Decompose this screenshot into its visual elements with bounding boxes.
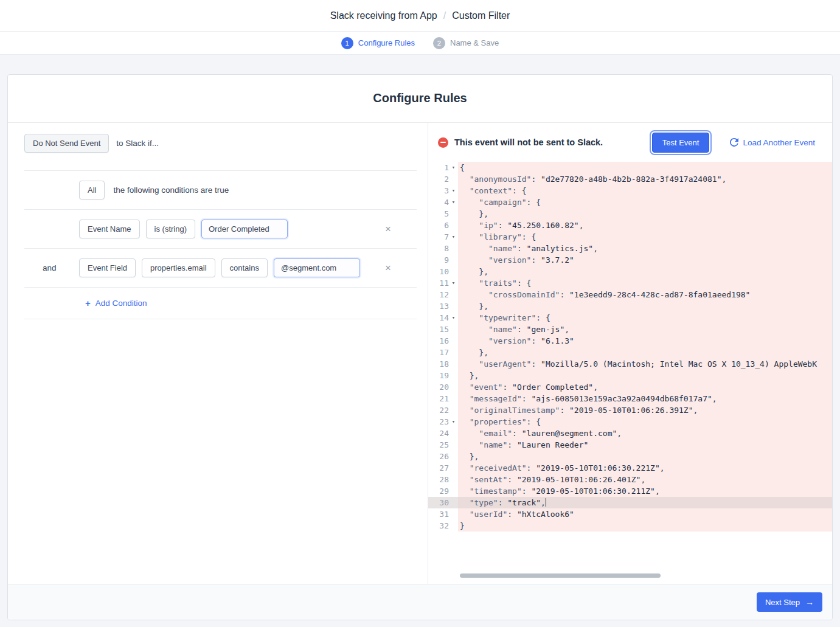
event-json-editor[interactable]: 1▾{2 "anonymousId": "d2e77820-a48b-4b2b-… <box>428 162 832 584</box>
blocked-icon <box>438 137 448 148</box>
fold-spacer <box>449 347 458 358</box>
code-line: 6 "ip": "45.250.160.82", <box>428 220 832 231</box>
text-cursor <box>546 498 546 507</box>
code-line: 21 "messageId": "ajs-6085013e159ac3a92a0… <box>428 393 832 404</box>
condition-field-button[interactable]: Event Name <box>79 220 140 238</box>
code-text: "name": "gen-js", <box>458 324 832 335</box>
condition-property-button[interactable]: properties.email <box>142 258 215 277</box>
fold-spacer <box>449 393 458 404</box>
line-number: 15 <box>428 324 449 335</box>
fold-icon[interactable]: ▾ <box>449 185 458 196</box>
line-number: 28 <box>428 474 449 485</box>
fold-spacer <box>449 289 458 300</box>
code-line: 23▾ "properties": { <box>428 416 832 428</box>
filter-action-button[interactable]: Do Not Send Event <box>24 134 109 153</box>
code-text: }, <box>458 451 832 462</box>
fold-spacer <box>449 439 458 451</box>
fold-spacer <box>449 508 458 520</box>
line-number: 16 <box>428 335 449 347</box>
filter-action-suffix: to Slack if... <box>116 139 159 148</box>
code-text: } <box>458 520 832 532</box>
fold-icon[interactable]: ▾ <box>449 231 458 243</box>
line-number: 10 <box>428 266 449 277</box>
code-line: 13 }, <box>428 300 832 312</box>
code-text: }, <box>458 208 832 220</box>
add-condition-label: Add Condition <box>95 299 147 308</box>
code-line: 16 "version": "6.1.3" <box>428 335 832 347</box>
code-text: "timestamp": "2019-05-10T01:06:30.211Z", <box>458 485 832 497</box>
fold-spacer <box>449 254 458 266</box>
breadcrumb-secondary: Custom Filter <box>452 10 510 21</box>
condition-conjunction: and <box>43 263 57 272</box>
event-preview-panel: This event will not be sent to Slack. Te… <box>428 123 832 584</box>
match-type-row: All the following conditions are true <box>24 171 417 210</box>
stepper: 1 Configure Rules 2 Name & Save <box>0 32 840 55</box>
code-text: "ip": "45.250.160.82", <box>458 220 832 231</box>
fold-spacer <box>449 335 458 347</box>
condition-value-input[interactable] <box>274 258 360 277</box>
condition-operator-button[interactable]: is (string) <box>146 220 195 238</box>
code-line: 28 "sentAt": "2019-05-10T01:06:26.401Z", <box>428 474 832 485</box>
fold-icon[interactable]: ▾ <box>449 312 458 324</box>
preview-status-text: This event will not be sent to Slack. <box>454 137 603 147</box>
fold-spacer <box>449 381 458 393</box>
code-line: 22 "originalTimestamp": "2019-05-10T01:0… <box>428 404 832 416</box>
fold-spacer <box>449 474 458 485</box>
code-text: "sentAt": "2019-05-10T01:06:26.401Z", <box>458 474 832 485</box>
fold-spacer <box>449 404 458 416</box>
code-line: 19 }, <box>428 370 832 381</box>
code-line: 3▾ "context": { <box>428 185 832 196</box>
fold-spacer <box>449 266 458 277</box>
code-line: 2 "anonymousId": "d2e77820-a48b-4b2b-882… <box>428 173 832 185</box>
code-text: "crossDomainId": "1e3eedd9-28c4-428c-ad8… <box>458 289 832 300</box>
fold-spacer <box>449 520 458 532</box>
line-number: 25 <box>428 439 449 451</box>
code-text: "library": { <box>458 231 832 243</box>
code-text: "type": "track", <box>458 497 832 508</box>
code-line: 24 "email": "lauren@segment.com", <box>428 428 832 439</box>
condition-group: All the following conditions are true Ev… <box>24 170 417 319</box>
line-number: 24 <box>428 428 449 439</box>
fold-icon[interactable]: ▾ <box>449 196 458 208</box>
condition-field-button[interactable]: Event Field <box>79 258 136 277</box>
condition-operator-button[interactable]: contains <box>221 258 268 277</box>
code-line: 4▾ "campaign": { <box>428 196 832 208</box>
code-text: "typewriter": { <box>458 312 832 324</box>
remove-condition-icon[interactable]: × <box>385 263 391 273</box>
add-condition-row: + Add Condition <box>24 288 417 319</box>
code-text: "context": { <box>458 185 832 196</box>
code-line: 7▾ "library": { <box>428 231 832 243</box>
step-name-and-save[interactable]: 2 Name & Save <box>433 37 499 49</box>
fold-icon[interactable]: ▾ <box>449 277 458 289</box>
breadcrumb-primary[interactable]: Slack receiving from App <box>330 10 437 21</box>
line-number: 32 <box>428 520 449 532</box>
fold-spacer <box>449 485 458 497</box>
fold-icon[interactable]: ▾ <box>449 416 458 428</box>
horizontal-scrollbar[interactable] <box>460 573 661 578</box>
step-2-label: Name & Save <box>450 38 499 47</box>
line-number: 13 <box>428 300 449 312</box>
condition-value-input[interactable] <box>201 220 288 238</box>
code-line: 12 "crossDomainId": "1e3eedd9-28c4-428c-… <box>428 289 832 300</box>
code-text: "properties": { <box>458 416 832 428</box>
fold-spacer <box>449 428 458 439</box>
preview-header: This event will not be sent to Slack. Te… <box>428 123 832 162</box>
line-number: 5 <box>428 208 449 220</box>
line-number: 7 <box>428 231 449 243</box>
add-condition-button[interactable]: + Add Condition <box>85 298 147 308</box>
match-type-button[interactable]: All <box>79 181 105 199</box>
fold-spacer <box>449 358 458 370</box>
remove-condition-icon[interactable]: × <box>385 224 391 234</box>
next-step-button[interactable]: Next Step → <box>757 592 822 612</box>
line-number: 18 <box>428 358 449 370</box>
code-line: 5 }, <box>428 208 832 220</box>
fold-spacer <box>449 208 458 220</box>
load-another-event-link[interactable]: Load Another Event <box>730 138 815 147</box>
line-number: 27 <box>428 462 449 474</box>
configure-rules-card: Configure Rules Do Not Send Event to Sla… <box>7 74 833 620</box>
fold-icon[interactable]: ▾ <box>449 162 458 173</box>
next-step-label: Next Step <box>765 598 800 607</box>
test-event-button[interactable]: Test Event <box>652 133 710 153</box>
code-line: 30 "type": "track", <box>428 497 832 508</box>
step-configure-rules[interactable]: 1 Configure Rules <box>341 37 415 49</box>
